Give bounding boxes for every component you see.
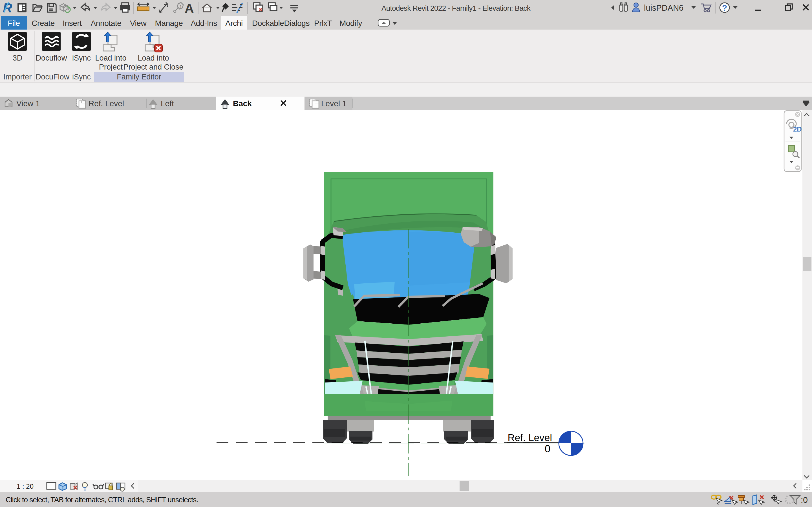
svg-text::0: :0 (801, 495, 808, 504)
svg-text:A: A (185, 1, 194, 15)
svg-text:Ref. Level: Ref. Level (507, 432, 552, 443)
svg-text:0: 0 (545, 443, 550, 455)
svg-text:R: R (3, 1, 12, 15)
svg-text:?: ? (722, 3, 727, 12)
svg-text:1: 1 (179, 4, 182, 10)
svg-text:2D: 2D (793, 125, 802, 133)
